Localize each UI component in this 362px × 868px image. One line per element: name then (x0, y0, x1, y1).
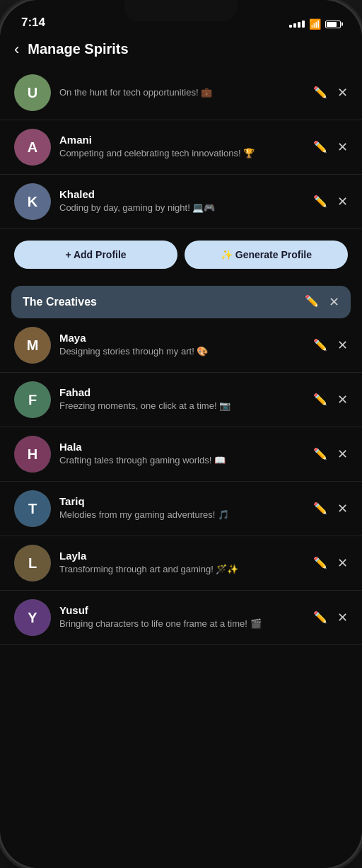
avatar-placeholder: H (14, 436, 51, 473)
profile-item: F Fahad Freezing moments, one click at a… (0, 373, 362, 427)
profile-name: Maya (59, 332, 305, 344)
avatar-placeholder: F (14, 381, 51, 418)
profile-info: Khaled Coding by day, gaming by night! 💻… (59, 188, 305, 214)
delete-button[interactable]: ✕ (337, 611, 348, 624)
profile-bio: On the hunt for tech opportunities! 💼 (59, 86, 305, 99)
top-profiles-list: U On the hunt for tech opportunities! 💼 … (0, 66, 362, 229)
notch (124, 0, 238, 21)
avatar: F (14, 381, 51, 418)
group-actions: ✏️ ✕ (305, 296, 339, 308)
profile-name: Amani (59, 134, 305, 146)
profile-name: Yusuf (59, 604, 305, 616)
group-items: M Maya Designing stories through my art!… (0, 318, 362, 645)
profile-item: A Amani Competing and celebrating tech i… (0, 120, 362, 175)
group-edit-button[interactable]: ✏️ (305, 296, 319, 308)
status-time: 7:14 (21, 16, 45, 30)
group-section: The Creatives ✏️ ✕ M Maya Design (0, 286, 362, 645)
profile-item: L Layla Transforming through art and gam… (0, 536, 362, 591)
profile-actions: ✏️ ✕ (313, 393, 348, 406)
content-area[interactable]: U On the hunt for tech opportunities! 💼 … (0, 66, 362, 852)
profile-name: Khaled (59, 188, 305, 200)
avatar-placeholder: K (14, 183, 51, 220)
delete-button[interactable]: ✕ (337, 141, 348, 154)
profile-bio: Crafting tales through gaming worlds! 📖 (59, 454, 305, 467)
edit-button[interactable]: ✏️ (313, 557, 327, 569)
phone-frame: 7:14 📶 ‹ Manage Spirits (0, 0, 362, 868)
avatar-placeholder: Y (14, 599, 51, 636)
profile-actions: ✏️ ✕ (313, 86, 348, 99)
profile-name: Tariq (59, 495, 305, 507)
profile-item: U On the hunt for tech opportunities! 💼 … (0, 66, 362, 120)
profile-info: On the hunt for tech opportunities! 💼 (59, 86, 305, 99)
profile-item: T Tariq Melodies from my gaming adventur… (0, 482, 362, 536)
profile-actions: ✏️ ✕ (313, 611, 348, 624)
add-profile-button[interactable]: + Add Profile (14, 241, 177, 269)
signal-icon (289, 21, 305, 28)
wifi-icon: 📶 (309, 18, 321, 30)
delete-button[interactable]: ✕ (337, 195, 348, 208)
profile-actions: ✏️ ✕ (313, 141, 348, 154)
phone-screen: 7:14 📶 ‹ Manage Spirits (0, 0, 362, 868)
avatar: M (14, 327, 51, 364)
avatar: L (14, 545, 51, 581)
edit-button[interactable]: ✏️ (313, 612, 327, 623)
profile-item: M Maya Designing stories through my art!… (0, 318, 362, 373)
action-buttons-row: + Add Profile ✨ Generate Profile (0, 229, 362, 280)
status-icons: 📶 (289, 18, 341, 30)
avatar-placeholder: A (14, 129, 51, 166)
edit-button[interactable]: ✏️ (313, 503, 327, 514)
profile-item: K Khaled Coding by day, gaming by night!… (0, 175, 362, 229)
group-delete-button[interactable]: ✕ (329, 296, 339, 308)
profile-bio: Freezing moments, one click at a time! 📷 (59, 400, 305, 412)
profile-bio: Competing and celebrating tech innovatio… (59, 147, 305, 160)
battery-fill (327, 22, 337, 27)
avatar-placeholder: T (14, 490, 51, 527)
avatar-placeholder: M (14, 327, 51, 364)
avatar-placeholder: U (14, 74, 51, 111)
edit-button[interactable]: ✏️ (313, 394, 327, 405)
header: ‹ Manage Spirits (0, 35, 362, 66)
generate-profile-button[interactable]: ✨ Generate Profile (185, 241, 348, 269)
group-name: The Creatives (23, 296, 298, 308)
delete-button[interactable]: ✕ (337, 86, 348, 99)
profile-name: Hala (59, 441, 305, 453)
avatar-placeholder: L (14, 545, 51, 581)
profile-item: H Hala Crafting tales through gaming wor… (0, 427, 362, 482)
delete-button[interactable]: ✕ (337, 502, 348, 515)
profile-actions: ✏️ ✕ (313, 448, 348, 461)
profile-bio: Bringing characters to life one frame at… (59, 618, 305, 630)
group-header: The Creatives ✏️ ✕ (11, 286, 351, 318)
profile-bio: Designing stories through my art! 🎨 (59, 345, 305, 358)
profile-name: Layla (59, 550, 305, 562)
page-title: Manage Spirits (28, 41, 128, 57)
profile-info: Maya Designing stories through my art! 🎨 (59, 332, 305, 358)
edit-button[interactable]: ✏️ (313, 340, 327, 351)
edit-button[interactable]: ✏️ (313, 196, 327, 207)
delete-button[interactable]: ✕ (337, 448, 348, 461)
avatar: A (14, 129, 51, 166)
profile-info: Yusuf Bringing characters to life one fr… (59, 604, 305, 630)
profile-info: Amani Competing and celebrating tech inn… (59, 134, 305, 160)
edit-button[interactable]: ✏️ (313, 449, 327, 460)
profile-actions: ✏️ ✕ (313, 557, 348, 569)
back-button[interactable]: ‹ (14, 42, 19, 57)
profile-actions: ✏️ ✕ (313, 195, 348, 208)
delete-button[interactable]: ✕ (337, 393, 348, 406)
profile-info: Fahad Freezing moments, one click at a t… (59, 386, 305, 412)
profile-info: Hala Crafting tales through gaming world… (59, 441, 305, 467)
profile-info: Tariq Melodies from my gaming adventures… (59, 495, 305, 521)
profile-actions: ✏️ ✕ (313, 339, 348, 352)
delete-button[interactable]: ✕ (337, 339, 348, 352)
delete-button[interactable]: ✕ (337, 557, 348, 569)
profile-info: Layla Transforming through art and gamin… (59, 550, 305, 576)
profile-actions: ✏️ ✕ (313, 502, 348, 515)
avatar: U (14, 74, 51, 111)
edit-button[interactable]: ✏️ (313, 87, 327, 98)
avatar: H (14, 436, 51, 473)
profile-name: Fahad (59, 386, 305, 398)
profile-bio: Coding by day, gaming by night! 💻🎮 (59, 202, 305, 214)
avatar: T (14, 490, 51, 527)
avatar: Y (14, 599, 51, 636)
battery-icon (325, 21, 341, 28)
edit-button[interactable]: ✏️ (313, 141, 327, 153)
